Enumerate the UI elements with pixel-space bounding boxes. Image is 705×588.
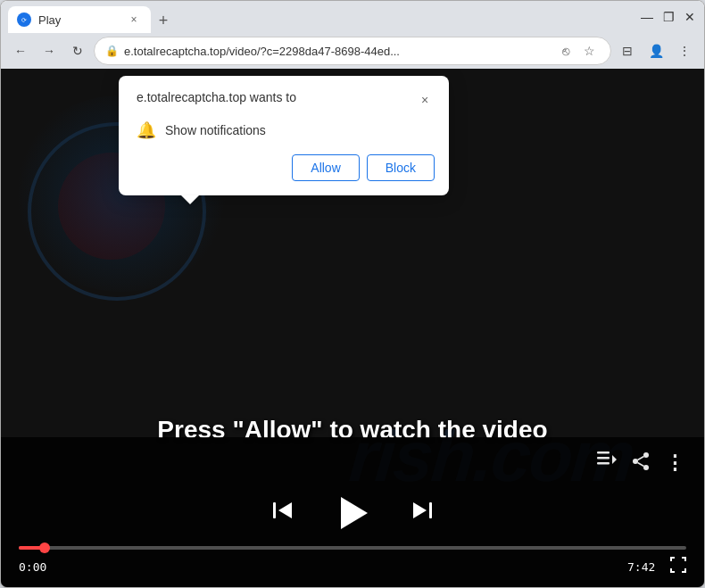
time-current: 0:00 xyxy=(19,560,51,574)
block-button[interactable]: Block xyxy=(367,154,435,181)
svg-marker-14 xyxy=(413,502,427,518)
tab-favicon: ⟳ xyxy=(17,12,31,27)
svg-point-8 xyxy=(643,465,649,470)
svg-rect-2 xyxy=(597,451,610,454)
svg-rect-3 xyxy=(597,457,610,460)
svg-rect-11 xyxy=(273,502,276,518)
split-screen-button[interactable]: ⊟ xyxy=(615,38,640,63)
minimize-button[interactable]: — xyxy=(640,10,654,24)
skip-forward-button[interactable] xyxy=(411,498,435,528)
svg-text:⟳: ⟳ xyxy=(21,17,27,23)
play-button[interactable] xyxy=(330,491,375,535)
close-button[interactable]: ✕ xyxy=(683,10,697,24)
svg-point-6 xyxy=(643,452,649,458)
video-controls: ⋮ xyxy=(19,451,686,576)
more-options-icon[interactable]: ⋮ xyxy=(665,451,686,476)
progress-bar[interactable] xyxy=(19,546,686,550)
skip-back-button[interactable] xyxy=(270,498,294,528)
nav-right-buttons: ⊟ 👤 ⋮ xyxy=(615,38,697,63)
svg-marker-12 xyxy=(278,502,292,518)
title-bar: ⟳ Play × + — ❐ ✕ xyxy=(1,1,704,33)
allow-button[interactable]: Allow xyxy=(292,154,359,181)
progress-dot xyxy=(39,542,50,553)
popup-arrow xyxy=(181,195,199,204)
svg-rect-13 xyxy=(429,502,432,518)
address-bar[interactable]: 🔒 e.totalrecaptcha.top/video/?c=2298da47… xyxy=(94,37,611,65)
more-menu-button[interactable]: ⋮ xyxy=(672,38,697,63)
share-icon[interactable] xyxy=(631,451,651,476)
back-button[interactable]: ← xyxy=(8,38,33,63)
content-area: rish.com Press "Allow" to watch the vide… xyxy=(1,69,704,587)
popup-buttons: Allow Block xyxy=(137,154,435,181)
bookmark-button[interactable]: ☆ xyxy=(578,40,600,62)
browser-window: ⟳ Play × + — ❐ ✕ ← → ↻ 🔒 e.totalrecaptch… xyxy=(0,0,705,588)
player-top-row: ⋮ xyxy=(19,451,686,480)
progress-fill xyxy=(19,546,46,550)
navigation-bar: ← → ↻ 🔒 e.totalrecaptcha.top/video/?c=22… xyxy=(1,33,704,69)
profile-button[interactable]: 👤 xyxy=(643,38,668,63)
fullscreen-button[interactable] xyxy=(670,557,686,576)
share-address-button[interactable]: ⎋ xyxy=(555,40,576,62)
svg-rect-4 xyxy=(597,462,610,465)
popup-close-button[interactable]: × xyxy=(415,90,435,110)
window-controls: — ❐ ✕ xyxy=(640,10,697,24)
new-tab-button[interactable]: + xyxy=(151,8,176,33)
bell-icon: 🔔 xyxy=(137,120,156,140)
popup-notification-row: 🔔 Show notifications xyxy=(137,120,435,140)
tab-title: Play xyxy=(38,13,61,27)
refresh-button[interactable]: ↻ xyxy=(65,38,90,63)
address-text: e.totalrecaptcha.top/video/?c=2298da47-8… xyxy=(124,45,550,58)
forward-button[interactable]: → xyxy=(37,38,62,63)
svg-marker-5 xyxy=(612,455,617,464)
video-player: ⋮ xyxy=(1,437,704,587)
time-total: 7:42 xyxy=(627,560,659,574)
player-main-controls xyxy=(270,491,435,535)
popup-header: e.totalrecaptcha.top wants to × xyxy=(137,90,435,110)
lock-icon: 🔒 xyxy=(105,45,119,57)
play-triangle-icon xyxy=(341,497,368,529)
restore-button[interactable]: ❐ xyxy=(661,10,676,24)
active-tab[interactable]: ⟳ Play × xyxy=(8,6,151,33)
popup-title: e.totalrecaptcha.top wants to xyxy=(137,90,296,104)
notification-popup: e.totalrecaptcha.top wants to × 🔔 Show n… xyxy=(119,76,449,195)
time-row: 0:00 7:42 xyxy=(19,557,686,576)
svg-line-10 xyxy=(638,463,644,467)
svg-line-9 xyxy=(638,457,644,460)
queue-icon[interactable] xyxy=(597,451,617,476)
tab-bar: ⟳ Play × + xyxy=(8,1,629,33)
svg-point-7 xyxy=(633,459,638,464)
popup-notification-text: Show notifications xyxy=(165,123,266,137)
address-actions: ⎋ ☆ xyxy=(555,40,600,62)
tab-close-button[interactable]: × xyxy=(126,12,142,28)
